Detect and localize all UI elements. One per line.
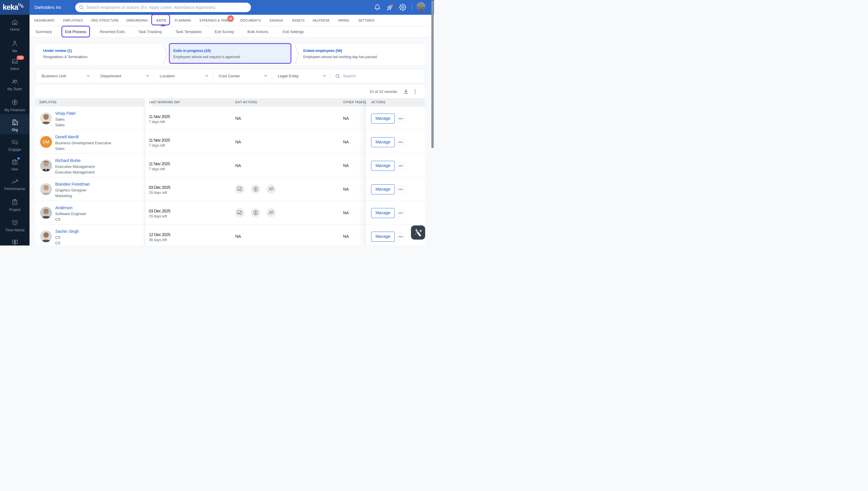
svg-text:keka: keka xyxy=(3,3,19,11)
